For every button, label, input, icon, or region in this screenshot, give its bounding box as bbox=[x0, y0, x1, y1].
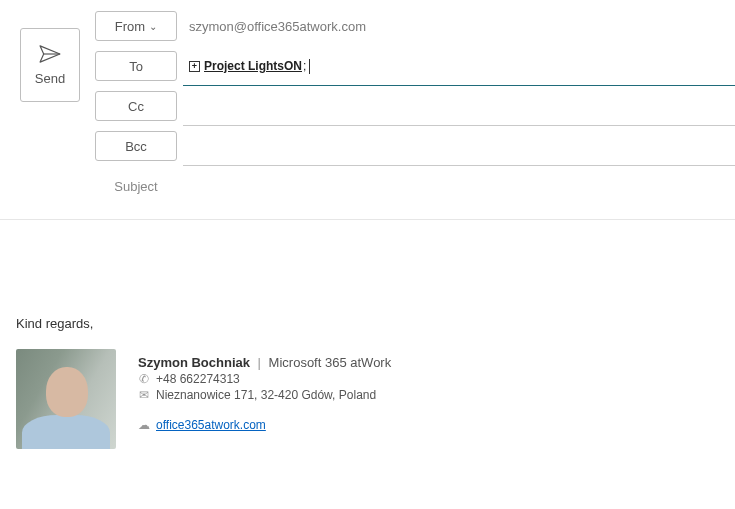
subject-row: Subject bbox=[95, 166, 735, 206]
cc-input[interactable] bbox=[177, 91, 735, 121]
from-label: From bbox=[115, 19, 145, 34]
send-column: Send bbox=[20, 6, 85, 219]
closing-text: Kind regards, bbox=[16, 316, 719, 331]
to-label: To bbox=[129, 59, 143, 74]
avatar bbox=[16, 349, 116, 449]
bcc-row: Bcc bbox=[95, 126, 735, 166]
signature-website-line: ☁ office365atwork.com bbox=[138, 418, 391, 432]
fields-column: From ⌄ szymon@office365atwork.com To + P… bbox=[85, 6, 735, 219]
signature-block: Szymon Bochniak | Microsoft 365 atWork ✆… bbox=[16, 349, 719, 449]
recipient-chip[interactable]: + Project LightsON; bbox=[189, 59, 309, 73]
from-button[interactable]: From ⌄ bbox=[95, 11, 177, 41]
recipient-name: Project LightsON bbox=[204, 59, 302, 73]
cc-row: Cc bbox=[95, 86, 735, 126]
chevron-down-icon: ⌄ bbox=[149, 21, 157, 32]
expand-icon[interactable]: + bbox=[189, 61, 200, 72]
signature-phone: +48 662274313 bbox=[156, 372, 240, 386]
cc-button[interactable]: Cc bbox=[95, 91, 177, 121]
send-icon bbox=[39, 45, 61, 63]
signature-address: Nieznanowice 171, 32-420 Gdów, Poland bbox=[156, 388, 376, 402]
bcc-label: Bcc bbox=[125, 139, 147, 154]
to-button[interactable]: To bbox=[95, 51, 177, 81]
signature-website-link[interactable]: office365atwork.com bbox=[156, 418, 266, 432]
phone-icon: ✆ bbox=[138, 372, 150, 386]
from-value-area[interactable]: szymon@office365atwork.com bbox=[177, 11, 735, 41]
bcc-button[interactable]: Bcc bbox=[95, 131, 177, 161]
mail-icon: ✉ bbox=[138, 388, 150, 402]
signature-text: Szymon Bochniak | Microsoft 365 atWork ✆… bbox=[138, 349, 391, 449]
from-email: szymon@office365atwork.com bbox=[189, 19, 366, 34]
signature-phone-line: ✆ +48 662274313 bbox=[138, 372, 391, 386]
compose-header: Send From ⌄ szymon@office365atwork.com T… bbox=[0, 0, 735, 220]
cloud-icon: ☁ bbox=[138, 418, 150, 432]
subject-input[interactable] bbox=[177, 171, 735, 201]
message-body[interactable]: Kind regards, Szymon Bochniak | Microsof… bbox=[0, 220, 735, 465]
signature-company: Microsoft 365 atWork bbox=[269, 355, 392, 370]
signature-name-line: Szymon Bochniak | Microsoft 365 atWork bbox=[138, 355, 391, 370]
signature-address-line: ✉ Nieznanowice 171, 32-420 Gdów, Poland bbox=[138, 388, 391, 402]
bcc-input[interactable] bbox=[177, 131, 735, 161]
text-cursor bbox=[309, 59, 310, 74]
signature-name: Szymon Bochniak bbox=[138, 355, 250, 370]
to-input[interactable]: + Project LightsON; bbox=[177, 51, 735, 81]
chip-separator: ; bbox=[303, 59, 306, 73]
to-row: To + Project LightsON; bbox=[95, 46, 735, 86]
signature-separator: | bbox=[258, 355, 261, 370]
send-label: Send bbox=[35, 71, 65, 86]
cc-label: Cc bbox=[128, 99, 144, 114]
subject-label: Subject bbox=[95, 179, 177, 194]
from-row: From ⌄ szymon@office365atwork.com bbox=[95, 6, 735, 46]
send-button[interactable]: Send bbox=[20, 28, 80, 102]
